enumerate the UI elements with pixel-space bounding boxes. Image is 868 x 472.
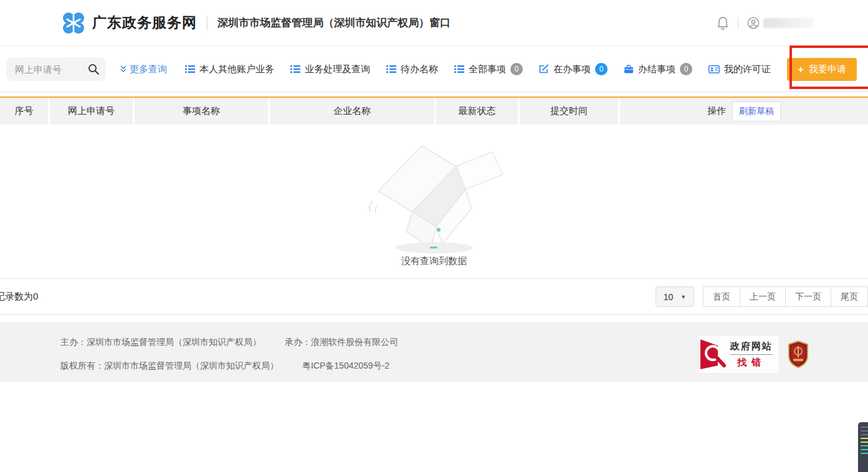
footer-host: 主办：深圳市市场监督管理局（深圳市知识产权局）	[60, 337, 261, 348]
footer-icp: 粤ICP备15042059号-2	[302, 361, 389, 372]
widget-stripe	[861, 434, 868, 435]
column-header-application-no: 网上申请号	[50, 98, 133, 125]
widget-stripe	[861, 445, 868, 446]
column-header-company-name: 企业名称	[270, 98, 434, 125]
footer-copyright: 版权所有：深圳市市场监督管理局（深圳市知识产权局）	[60, 361, 279, 372]
empty-state: 没有查询到数据	[0, 132, 868, 267]
empty-box-icon	[363, 132, 506, 250]
widget-stripe	[861, 449, 868, 450]
count-badge: 0	[680, 63, 692, 75]
nav-item-all-items[interactable]: 全部事项 0	[454, 63, 523, 75]
count-badge: 0	[510, 63, 523, 75]
footer-text: 主办：深圳市市场监督管理局（深圳市知识产权局） 承办：浪潮软件股份有限公司 版权…	[60, 337, 398, 384]
column-header-submit-time: 提交时间	[520, 98, 618, 125]
empty-box-shadow	[394, 242, 475, 254]
column-header-item-name: 事项名称	[135, 98, 268, 125]
nav-item-label: 全部事项	[469, 64, 506, 75]
user-name-masked	[763, 18, 813, 28]
column-header-actions-label: 操作	[707, 105, 726, 117]
nav-item-my-licenses[interactable]: 我的许可证	[708, 64, 771, 75]
nav-item-completed[interactable]: 办结事项 0	[624, 63, 692, 75]
list-icon	[454, 64, 464, 74]
widget-stripe	[861, 438, 868, 439]
prev-page-button[interactable]: 上一页	[740, 286, 786, 307]
pagination-row: 记录数为0 10 ▼ 首页 上一页 下一页 尾页	[0, 278, 868, 315]
first-page-button[interactable]: 首页	[703, 286, 740, 307]
briefcase-icon	[624, 64, 634, 74]
brand-name: 广东政务服务网	[92, 13, 197, 32]
gov-site-error-badge[interactable]: 政府网站 找错	[699, 336, 779, 373]
nav-item-label: 我的许可证	[724, 64, 771, 75]
user-account[interactable]	[747, 17, 813, 29]
column-header-latest-status: 最新状态	[436, 98, 518, 125]
nav-item-label: 业务处理及查询	[305, 64, 370, 75]
column-header-index: 序号	[0, 98, 48, 125]
record-count: 记录数为0	[0, 291, 38, 303]
list-icon	[185, 64, 195, 74]
footer: 主办：深圳市市场监督管理局（深圳市知识产权局） 承办：浪潮软件股份有限公司 版权…	[0, 322, 868, 382]
page-size-select[interactable]: 10 ▼	[656, 286, 694, 307]
notification-bell-icon[interactable]	[717, 16, 729, 30]
apply-button-label: 我要申请	[809, 64, 846, 75]
more-query-link[interactable]: 更多查询	[120, 64, 167, 75]
page-buttons: 首页 上一页 下一页 尾页	[703, 286, 868, 307]
search-icon[interactable]	[87, 63, 100, 75]
column-header-actions: 操作 刷新草稿	[620, 98, 868, 125]
widget-stripe	[861, 430, 868, 432]
page-title: 深圳市市场监督管理局（深圳市知识产权局）窗口	[217, 16, 451, 30]
id-card-icon	[708, 64, 720, 74]
corner-widget[interactable]	[858, 422, 868, 472]
apply-button[interactable]: + 我要申请	[787, 58, 857, 81]
nav-item-label: 待办名称	[401, 64, 438, 75]
table-header: 序号 网上申请号 事项名称 企业名称 最新状态 提交时间 操作 刷新草稿	[0, 97, 868, 125]
next-page-button[interactable]: 下一页	[786, 286, 831, 307]
plus-icon: +	[798, 64, 804, 75]
search-box	[6, 57, 106, 81]
count-badge: 0	[595, 63, 608, 75]
widget-stripe	[861, 427, 868, 428]
widget-stripe	[861, 453, 868, 454]
nav-item-label: 办结事项	[638, 64, 675, 75]
widget-stripe	[861, 441, 868, 443]
refresh-draft-button[interactable]: 刷新草稿	[732, 101, 781, 121]
edit-icon	[539, 64, 549, 74]
empty-text: 没有查询到数据	[0, 255, 868, 267]
gov-site-error-line2: 找错	[737, 357, 766, 369]
list-icon	[386, 64, 396, 74]
last-page-button[interactable]: 尾页	[831, 286, 868, 307]
nav-item-label: 本人其他账户业务	[199, 64, 274, 75]
more-query-label: 更多查询	[130, 64, 167, 75]
footer-undertake: 承办：浪潮软件股份有限公司	[285, 337, 398, 348]
brand-logo-icon	[62, 12, 85, 34]
toolbar: 更多查询 本人其他账户业务 业务处理及查询	[0, 47, 868, 92]
gov-site-error-line1: 政府网站	[730, 341, 773, 355]
gov-agency-shield-badge-icon[interactable]	[788, 341, 809, 368]
header-divider	[207, 16, 207, 31]
header-right	[717, 0, 813, 46]
footer-badges: 政府网站 找错	[699, 336, 809, 373]
page: 广东政务服务网 深圳市市场监督管理局（深圳市知识产权局）窗口	[0, 0, 868, 472]
header-separator	[738, 17, 738, 29]
nav-item-todo-names[interactable]: 待办名称	[386, 64, 438, 75]
caret-down-icon: ▼	[680, 294, 686, 300]
user-avatar-icon	[747, 17, 760, 29]
nav-item-business-processing[interactable]: 业务处理及查询	[290, 64, 370, 75]
pager: 10 ▼ 首页 上一页 下一页 尾页	[656, 286, 868, 307]
nav-item-other-account-business[interactable]: 本人其他账户业务	[185, 64, 274, 75]
page-size-value: 10	[664, 292, 674, 302]
nav-items: 本人其他账户业务 业务处理及查询 待办名称	[185, 58, 863, 81]
list-icon	[290, 64, 300, 74]
error-finder-magnifier-icon	[699, 338, 727, 371]
header: 广东政务服务网 深圳市市场监督管理局（深圳市知识产权局）窗口	[0, 0, 868, 46]
double-chevron-down-icon	[120, 65, 127, 73]
nav-item-label: 在办事项	[553, 64, 591, 75]
nav-item-in-progress[interactable]: 在办事项 0	[539, 63, 608, 75]
